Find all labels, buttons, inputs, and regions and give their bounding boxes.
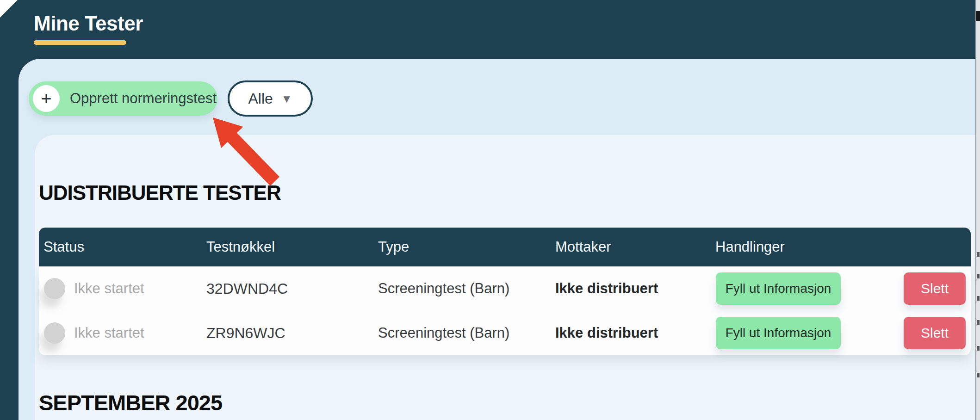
- app-window: Mine Tester + Opprett normeringstest All…: [0, 0, 980, 420]
- fill-info-button-label: Fyll ut Informasjon: [726, 326, 831, 340]
- edge-text-fragment: [977, 252, 980, 257]
- filter-selected-value: Alle: [248, 90, 273, 107]
- edge-text-fragment: [977, 296, 980, 301]
- edge-text-fragment: [977, 320, 980, 325]
- mottaker-value: Ikke distribuert: [555, 280, 658, 297]
- section-heading: UDISTRIBUERTE TESTER: [39, 181, 281, 204]
- column-header-type: Type: [378, 239, 409, 255]
- column-header-testkey: Testnøkkel: [206, 239, 275, 255]
- edge-text-fragment: [977, 346, 980, 351]
- filter-dropdown[interactable]: Alle ▼: [228, 80, 313, 117]
- plus-icon: +: [33, 85, 60, 112]
- status-circle-icon: [44, 278, 65, 299]
- plus-glyph: +: [41, 89, 51, 108]
- fill-info-button-label: Fyll ut Informasjon: [726, 281, 831, 296]
- month-heading: SEPTEMBER 2025: [39, 390, 222, 415]
- table-row: Ikke startet ZR9N6WJC Screeningtest (Bar…: [39, 311, 971, 355]
- delete-button[interactable]: Slett: [904, 272, 966, 305]
- undistributed-tests-table: Status Testnøkkel Type Mottaker Handling…: [39, 228, 971, 355]
- status-label: Ikke startet: [74, 280, 144, 297]
- test-key: 32DWND4C: [206, 280, 288, 297]
- test-type: Screeningtest (Barn): [378, 325, 509, 341]
- status-circle-icon: [44, 322, 65, 344]
- test-type: Screeningtest (Barn): [378, 280, 509, 297]
- fill-info-button[interactable]: Fyll ut Informasjon: [716, 317, 841, 349]
- table-body: Ikke startet 32DWND4C Screeningtest (Bar…: [39, 266, 971, 355]
- window-corner: [0, 0, 18, 18]
- fill-info-button[interactable]: Fyll ut Informasjon: [716, 272, 841, 305]
- page-title: Mine Tester: [34, 12, 143, 35]
- delete-button-label: Slett: [921, 281, 949, 296]
- test-key: ZR9N6WJC: [206, 325, 285, 342]
- edge-text-fragment: [977, 274, 980, 278]
- status-label: Ikke startet: [74, 325, 144, 341]
- table-row: Ikke startet 32DWND4C Screeningtest (Bar…: [39, 266, 971, 311]
- create-normeringstest-button[interactable]: + Opprett normeringstest: [29, 81, 217, 116]
- background-window-notch: [976, 11, 980, 21]
- column-header-mottaker: Mottaker: [555, 239, 611, 255]
- create-button-label: Opprett normeringstest: [70, 90, 217, 107]
- delete-button-label: Slett: [921, 325, 949, 341]
- column-header-handlinger: Handlinger: [715, 239, 785, 255]
- background-window-edge: [975, 0, 980, 420]
- mottaker-value: Ikke distribuert: [555, 325, 658, 341]
- title-underline: [34, 40, 126, 45]
- table-header-row: Status Testnøkkel Type Mottaker Handling…: [39, 228, 971, 266]
- edge-text-fragment: [977, 373, 980, 377]
- column-header-status: Status: [43, 239, 84, 255]
- delete-button[interactable]: Slett: [904, 317, 966, 349]
- caret-down-icon: ▼: [281, 93, 292, 105]
